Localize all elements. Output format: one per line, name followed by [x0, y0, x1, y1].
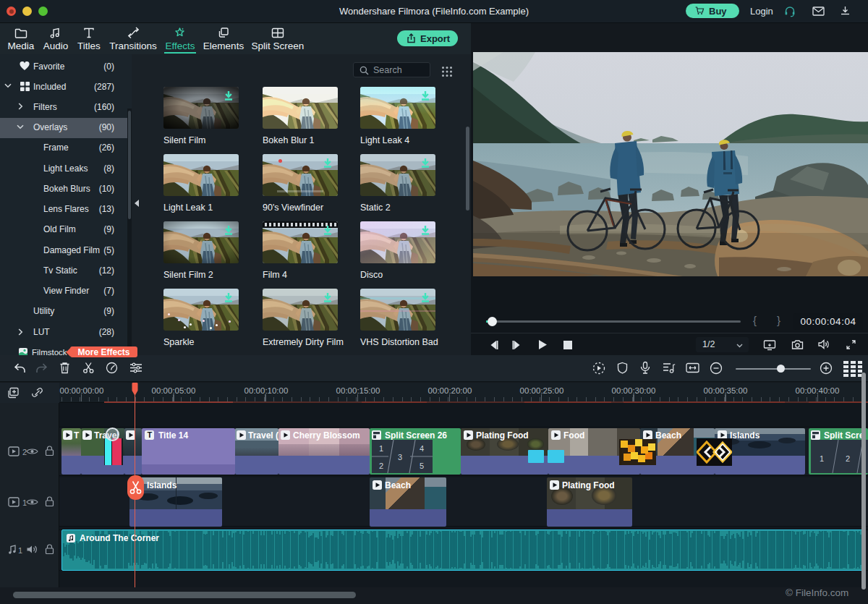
svg-text:1: 1 [820, 454, 824, 463]
svg-text:2: 2 [379, 461, 383, 470]
svg-text:2: 2 [846, 454, 850, 463]
svg-text:1: 1 [379, 444, 383, 453]
svg-text:5: 5 [420, 461, 424, 470]
svg-text:1: 1 [18, 546, 22, 555]
svg-text:3: 3 [398, 453, 402, 461]
svg-text:4: 4 [420, 444, 424, 453]
